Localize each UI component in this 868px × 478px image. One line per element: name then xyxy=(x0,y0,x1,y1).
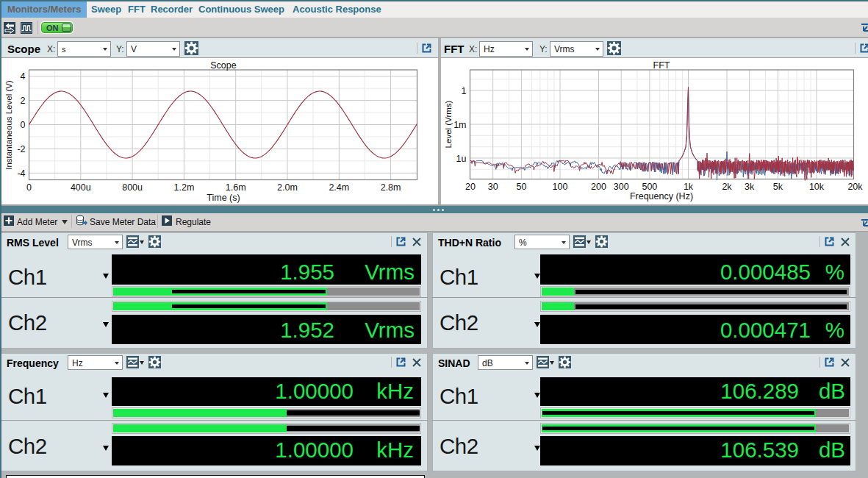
svg-text:Scope: Scope xyxy=(210,60,236,71)
svg-text:1m: 1m xyxy=(453,120,466,130)
svg-text:1: 1 xyxy=(462,86,467,96)
svg-text:Frequency (Hz): Frequency (Hz) xyxy=(630,191,693,201)
svg-text:30: 30 xyxy=(488,182,498,192)
svg-text:Instantaneous Level (V): Instantaneous Level (V) xyxy=(4,80,13,170)
svg-text:800u: 800u xyxy=(122,182,143,193)
svg-text:2.8m: 2.8m xyxy=(381,182,401,193)
svg-text:1.6m: 1.6m xyxy=(226,182,246,193)
svg-text:-4: -4 xyxy=(17,168,25,179)
svg-text:400u: 400u xyxy=(71,182,91,193)
svg-text:2.4m: 2.4m xyxy=(329,182,349,193)
svg-text:Time (s): Time (s) xyxy=(207,193,240,203)
svg-text:200: 200 xyxy=(591,182,606,192)
svg-text:2k: 2k xyxy=(722,182,732,192)
svg-text:1.2m: 1.2m xyxy=(174,182,195,193)
svg-text:20k: 20k xyxy=(847,182,863,192)
svg-text:5k: 5k xyxy=(773,182,783,192)
svg-text:50: 50 xyxy=(516,182,526,192)
svg-text:500: 500 xyxy=(642,182,657,192)
svg-text:1k: 1k xyxy=(684,182,694,192)
svg-text:4: 4 xyxy=(21,71,26,82)
svg-text:0: 0 xyxy=(26,182,32,193)
svg-text:-2: -2 xyxy=(17,144,25,154)
svg-text:100: 100 xyxy=(553,182,568,192)
svg-text:300: 300 xyxy=(614,182,629,192)
svg-text:1u: 1u xyxy=(456,154,467,164)
svg-text:10k: 10k xyxy=(809,182,825,192)
svg-text:Level (Vrms): Level (Vrms) xyxy=(444,100,453,148)
svg-text:0: 0 xyxy=(21,120,26,130)
svg-text:3k: 3k xyxy=(745,182,755,192)
svg-text:2: 2 xyxy=(21,96,26,106)
svg-text:2.0m: 2.0m xyxy=(277,182,298,193)
svg-text:FFT: FFT xyxy=(653,60,670,71)
svg-text:20: 20 xyxy=(465,182,476,192)
